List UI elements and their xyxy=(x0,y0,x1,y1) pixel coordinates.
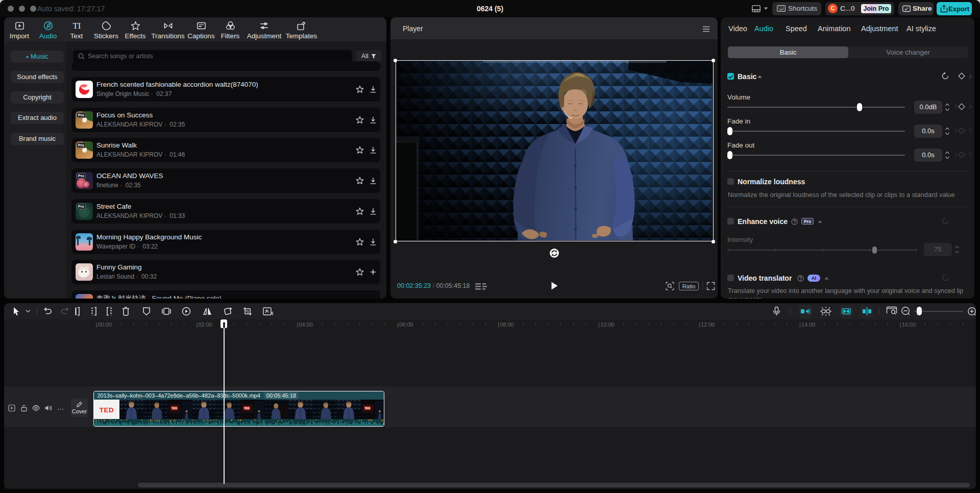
svg-text:TI: TI xyxy=(72,21,81,31)
svg-text:TED: TED xyxy=(99,406,114,414)
